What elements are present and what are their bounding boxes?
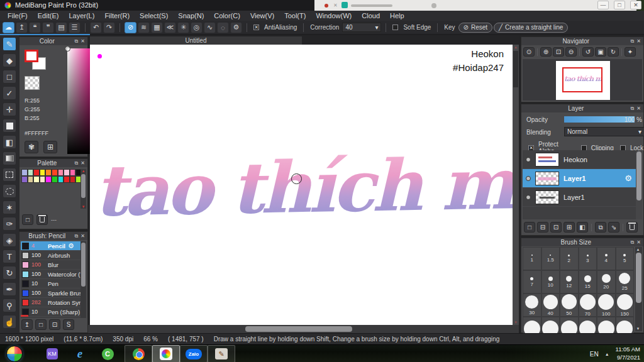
close-icon[interactable]: ✕: [80, 160, 85, 166]
restore-button[interactable]: □: [614, 1, 625, 9]
brush-item-watercolor[interactable]: 100 Watercolor (V: [21, 270, 84, 279]
close-icon[interactable]: ✕: [80, 38, 85, 44]
close-button[interactable]: ✕: [630, 1, 641, 9]
brush-size-cell[interactable]: 2: [560, 247, 579, 270]
select-eraser-tool[interactable]: ◈: [3, 233, 16, 247]
palette-swatch[interactable]: [64, 176, 70, 183]
menu-filter[interactable]: Filter(R): [99, 12, 135, 19]
menu-snap[interactable]: Snap(N): [173, 12, 209, 19]
popout-icon[interactable]: ⧉: [75, 38, 79, 45]
merge-down-button[interactable]: ⇘: [608, 222, 619, 233]
scrollbar-thumb[interactable]: [636, 151, 641, 200]
menu-help[interactable]: Help: [385, 12, 409, 19]
scrollbar-thumb[interactable]: [513, 51, 518, 87]
snap-ring-icon[interactable]: ◌: [217, 22, 229, 33]
palette-swatch[interactable]: [40, 176, 46, 183]
snap-grid-icon[interactable]: ▦: [151, 22, 163, 33]
snap-radial-icon[interactable]: ✳: [177, 22, 189, 33]
layer-row-layer1[interactable]: Layer1: [523, 188, 636, 207]
select-pen-tool[interactable]: ✑: [3, 217, 16, 231]
close-icon[interactable]: ✕: [636, 106, 641, 111]
brush-size-cell[interactable]: 50: [560, 293, 579, 317]
correction-dropdown[interactable]: 40 ▾: [342, 23, 381, 32]
brush-size-cell[interactable]: 1: [523, 247, 541, 270]
palette-swatch[interactable]: [70, 176, 76, 183]
brush-size-cell[interactable]: 25: [616, 270, 635, 293]
rotate-left-icon[interactable]: ↺: [582, 47, 594, 57]
menu-edit[interactable]: Edit(E): [33, 12, 64, 19]
document-icon[interactable]: ▤: [55, 22, 67, 33]
gradient-tool[interactable]: [3, 151, 16, 165]
snap-off-icon[interactable]: ⊘: [125, 22, 136, 33]
brush-item-pen-sharp[interactable]: 10 Pen (Sharp): [21, 307, 84, 317]
brush-size-scrollbar[interactable]: ▲ ▼: [635, 247, 642, 331]
palette-scrollbar[interactable]: ▲ ▼: [80, 169, 86, 209]
layer-visibility-icon[interactable]: [526, 195, 531, 200]
menu-layer[interactable]: Layer(L): [64, 12, 99, 19]
scroll-up-icon[interactable]: ▲: [635, 248, 641, 251]
layer-scrollbar[interactable]: [636, 150, 642, 219]
zoom-in-icon[interactable]: ⊕: [540, 47, 552, 57]
brush-item-airbrush[interactable]: 100 Airbrush: [21, 251, 84, 260]
crop-view-icon[interactable]: ▣: [595, 47, 606, 57]
select-tool[interactable]: □: [3, 70, 16, 84]
rotate-right-icon[interactable]: ↻: [608, 47, 619, 57]
comment-icon[interactable]: ❞: [42, 22, 54, 33]
brush-size-cell[interactable]: 10: [541, 270, 560, 293]
view-lock-icon[interactable]: ✦: [625, 47, 636, 57]
brush-size-cell[interactable]: 3: [579, 247, 597, 270]
palette-swatch[interactable]: [28, 169, 34, 176]
popout-icon[interactable]: ⧉: [75, 160, 79, 167]
marker-tool[interactable]: ✒: [3, 282, 16, 296]
duplicate-layer-button[interactable]: ⊟: [537, 222, 548, 233]
brush-size-cell[interactable]: 70: [579, 293, 597, 317]
palette-swatch[interactable]: [40, 169, 46, 176]
brush-size-cell[interactable]: 150: [616, 293, 635, 317]
brush-size-cell[interactable]: 4: [597, 247, 616, 270]
coccoc-icon[interactable]: C: [101, 347, 114, 361]
eyedropper-tool[interactable]: ⚲: [3, 299, 16, 312]
kmplayer-icon[interactable]: KM: [45, 347, 59, 361]
scroll-down-icon[interactable]: ▼: [513, 321, 519, 324]
magic-wand-tool[interactable]: ✶: [3, 200, 16, 214]
select-ellipse-tool[interactable]: [3, 184, 16, 198]
palette-swatch[interactable]: [45, 176, 52, 183]
polyline-select-tool[interactable]: ✓: [3, 86, 16, 100]
brush-menu-button[interactable]: ⊡: [49, 319, 60, 330]
minimize-button[interactable]: —: [597, 1, 609, 9]
foreground-color-swatch[interactable]: [25, 50, 38, 62]
brush-settings-gear-icon[interactable]: ⚙: [68, 242, 74, 250]
transform-tool[interactable]: ↻: [3, 266, 16, 280]
palette-swatch[interactable]: [45, 169, 52, 176]
snap-settings-gear-icon[interactable]: ⚙: [230, 22, 242, 33]
palette-swatch[interactable]: [52, 169, 58, 176]
palette-wheel-icon[interactable]: ✾: [25, 141, 38, 153]
brush-size-cell[interactable]: 1.5: [541, 247, 560, 270]
soft-edge-checkbox[interactable]: [392, 25, 398, 30]
chrome-taskbar-button[interactable]: [125, 345, 152, 362]
popout-icon[interactable]: ⧉: [75, 233, 79, 239]
brush-script-button[interactable]: S: [63, 319, 74, 330]
brush-item-rotation[interactable]: 282 Rotation Sym: [21, 298, 84, 307]
palette-swatch[interactable]: [33, 176, 40, 183]
brush-item-sparkle[interactable]: 100 Sparkle Brush: [21, 288, 84, 298]
palette-set-icon[interactable]: ⊞: [43, 141, 57, 153]
fit-screen-icon[interactable]: ⊡: [553, 47, 564, 57]
canvas-vertical-scrollbar[interactable]: ▲ ▼: [513, 45, 519, 325]
hue-marker[interactable]: [96, 52, 104, 60]
scrollbar-thumb[interactable]: [81, 174, 86, 198]
menu-cloud[interactable]: Cloud: [357, 12, 385, 19]
layer-row-heokon[interactable]: Heokon: [523, 150, 636, 169]
palette-swatch[interactable]: [21, 169, 28, 176]
close-icon[interactable]: ✕: [636, 239, 641, 245]
close-icon[interactable]: ✕: [636, 38, 641, 44]
scroll-down-icon[interactable]: ▼: [80, 205, 86, 209]
popout-icon[interactable]: ⧉: [631, 38, 635, 45]
brush-size-cell[interactable]: 5: [616, 247, 635, 270]
canvas[interactable]: Heokon #Hoidap247 tao thích mày: [90, 45, 513, 325]
scroll-up-icon[interactable]: ▲: [513, 45, 519, 49]
delete-layer-button[interactable]: [626, 222, 638, 233]
reset-button[interactable]: ⊘ Reset: [458, 23, 493, 33]
snap-concentric-icon[interactable]: ◎: [191, 22, 203, 33]
scrollbar-thumb[interactable]: [636, 253, 641, 303]
